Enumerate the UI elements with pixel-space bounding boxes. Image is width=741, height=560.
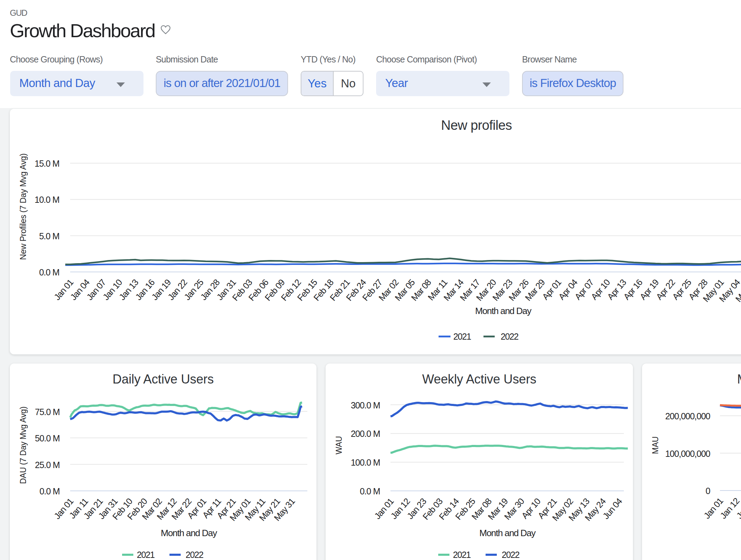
- svg-text:Jun 04: Jun 04: [601, 496, 624, 521]
- svg-text:WAU: WAU: [334, 436, 343, 454]
- svg-text:2022: 2022: [501, 332, 519, 341]
- svg-text:300.0 M: 300.0 M: [351, 400, 380, 410]
- svg-text:Month and Day: Month and Day: [479, 528, 536, 538]
- svg-text:New profiles: New profiles: [441, 118, 512, 133]
- svg-text:0.0 M: 0.0 M: [39, 267, 59, 277]
- svg-text:DAU (7 Day Mvg Avg): DAU (7 Day Mvg Avg): [19, 407, 28, 484]
- svg-text:2021: 2021: [453, 332, 471, 341]
- svg-text:0.0 M: 0.0 M: [360, 486, 380, 496]
- svg-text:50.0 M: 50.0 M: [35, 433, 60, 443]
- svg-text:2022: 2022: [186, 550, 203, 560]
- svg-text:Daily Active Users: Daily Active Users: [113, 372, 214, 386]
- svg-text:Weekly Active Users: Weekly Active Users: [422, 372, 536, 386]
- svg-text:100,000,000: 100,000,000: [665, 449, 710, 459]
- svg-text:15.0 M: 15.0 M: [35, 159, 59, 168]
- svg-text:200.0 M: 200.0 M: [351, 429, 380, 439]
- svg-text:2022: 2022: [502, 550, 520, 560]
- svg-text:25.0 M: 25.0 M: [35, 460, 60, 470]
- svg-text:2021: 2021: [453, 550, 471, 560]
- svg-text:Month and Day: Month and Day: [475, 306, 532, 316]
- svg-text:0: 0: [706, 486, 710, 496]
- svg-text:MAU: MAU: [651, 436, 660, 454]
- svg-text:5.0 M: 5.0 M: [39, 231, 59, 241]
- svg-text:0.0 M: 0.0 M: [39, 486, 60, 496]
- svg-text:100.0 M: 100.0 M: [351, 458, 380, 467]
- svg-text:200,000,000: 200,000,000: [665, 411, 710, 421]
- svg-text:10.0 M: 10.0 M: [35, 195, 59, 205]
- svg-text:New Profiles (7 Day Mvg Avg): New Profiles (7 Day Mvg Avg): [19, 153, 28, 260]
- svg-text:Monthly Active Users: Monthly Active Users: [737, 372, 741, 386]
- svg-text:2021: 2021: [137, 550, 155, 560]
- svg-text:Month and Day: Month and Day: [161, 528, 217, 538]
- svg-text:75.0 M: 75.0 M: [35, 407, 60, 417]
